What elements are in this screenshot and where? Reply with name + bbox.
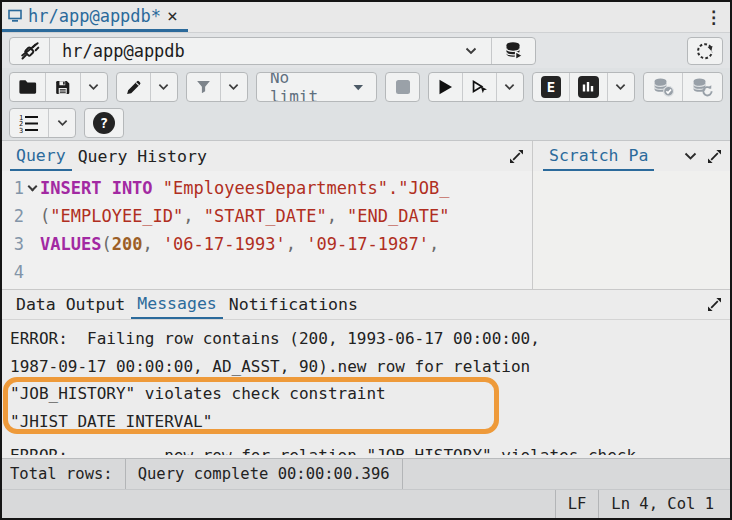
- save-file-button[interactable]: [46, 73, 81, 101]
- scratch-pad-area[interactable]: [533, 171, 730, 289]
- tab-query-editor[interactable]: hr/app@appdb* ×: [2, 2, 188, 32]
- code-line[interactable]: 4: [2, 258, 532, 286]
- help-button[interactable]: ?: [85, 109, 123, 137]
- code-line[interactable]: 2("EMPLOYEE_ID", "START_DATE", "END_DATE…: [2, 202, 532, 230]
- svg-text:3: 3: [19, 127, 23, 134]
- connection-label: hr/app@appdb: [50, 41, 451, 61]
- save-options-chevron[interactable]: [81, 73, 107, 101]
- chevron-down-icon[interactable]: [451, 38, 491, 64]
- macro-group: 1 2 3: [9, 108, 76, 138]
- messages-lines: ERROR: Failing row contains (200, 1993-0…: [10, 325, 730, 435]
- explain-options-chevron[interactable]: [608, 73, 634, 101]
- code-text: INSERT INTO "EmployeesDepartments"."JOB_: [40, 178, 532, 198]
- explain-icon: E: [541, 76, 561, 98]
- chevron-down-icon: [504, 83, 515, 91]
- execute-group: [428, 72, 524, 102]
- commit-db-icon: [652, 76, 675, 98]
- code-text: VALUES(200, '06-17-1993', '09-17-1987',: [40, 234, 532, 254]
- execute-to-cursor-button[interactable]: [463, 73, 497, 101]
- edit-button[interactable]: [117, 73, 151, 101]
- expand-panel-icon[interactable]: [509, 149, 524, 164]
- chevron-down-icon: [228, 83, 239, 91]
- connection-combo[interactable]: hr/app@appdb: [9, 37, 536, 65]
- tab-data-output[interactable]: Data Output: [10, 290, 131, 319]
- refresh-icon: [695, 41, 715, 61]
- numbered-list-icon: 1 2 3: [18, 112, 40, 134]
- tab-messages[interactable]: Messages: [131, 290, 222, 319]
- messages-panel[interactable]: ERROR: Failing row contains (200, 1993-0…: [2, 319, 730, 458]
- filter-button[interactable]: [187, 73, 221, 101]
- explain-analyze-button[interactable]: [570, 73, 607, 101]
- connection-row: hr/app@appdb: [2, 32, 730, 68]
- line-number: 3: [2, 234, 24, 254]
- sql-editor[interactable]: 1INSERT INTO "EmployeesDepartments"."JOB…: [2, 171, 532, 289]
- expand-panel-icon[interactable]: [707, 297, 722, 312]
- caret-down-icon: [353, 84, 364, 91]
- row-limit-value: No limit: [270, 72, 344, 102]
- message-line: 1987-09-17 00:00:00, AD_ASST, 90).new ro…: [10, 353, 730, 381]
- file-group: [9, 72, 108, 102]
- filter-group: [186, 72, 248, 102]
- open-file-button[interactable]: [10, 73, 46, 101]
- reset-layout-button[interactable]: [687, 37, 723, 65]
- analyze-chart-icon: [578, 76, 598, 98]
- rollback-db-icon: [691, 76, 714, 98]
- workspace: Query Query History Scratch Pa: [2, 140, 730, 458]
- document-tab-bar: hr/app@appdb* × ⋮: [2, 2, 730, 32]
- play-icon: [437, 78, 454, 96]
- limit-group: No limit: [256, 72, 377, 102]
- rollback-button[interactable]: [683, 73, 722, 101]
- editor-split: 1INSERT INTO "EmployeesDepartments"."JOB…: [2, 171, 730, 289]
- line-ending-indicator[interactable]: LF: [556, 490, 599, 518]
- cursor-position[interactable]: Ln 4, Col 1: [599, 490, 730, 518]
- transaction-group: [643, 72, 723, 102]
- close-icon[interactable]: ×: [167, 7, 178, 25]
- execute-button[interactable]: [429, 73, 463, 101]
- macro-button[interactable]: 1 2 3: [10, 109, 49, 137]
- tab-query[interactable]: Query: [10, 141, 72, 171]
- help-icon: ?: [93, 112, 115, 134]
- main-toolbar: No limit E: [2, 68, 730, 106]
- fold-chevron-icon[interactable]: [24, 187, 40, 190]
- tab-query-history[interactable]: Query History: [72, 141, 213, 171]
- code-line[interactable]: 1INSERT INTO "EmployeesDepartments"."JOB…: [2, 174, 532, 202]
- code-line[interactable]: 3VALUES(200, '06-17-1993', '09-17-1987',: [2, 230, 532, 258]
- play-cursor-icon: [471, 78, 488, 96]
- code-lines: 1INSERT INTO "EmployeesDepartments"."JOB…: [2, 174, 532, 286]
- line-number: 4: [2, 262, 24, 282]
- clipped-message-line: ERROR: new row for relation "JOB_HISTORY…: [10, 446, 636, 455]
- macro-options-chevron[interactable]: [49, 109, 75, 137]
- execute-options-chevron[interactable]: [497, 73, 523, 101]
- stop-button[interactable]: [386, 73, 420, 101]
- message-line: ERROR: Failing row contains (200, 1993-0…: [10, 325, 730, 353]
- edit-options-chevron[interactable]: [151, 73, 177, 101]
- chevron-down-icon: [57, 119, 68, 127]
- stop-icon: [394, 78, 412, 96]
- tab-notifications[interactable]: Notifications: [223, 290, 364, 319]
- commit-button[interactable]: [644, 73, 684, 101]
- tab-title: hr/app@appdb*: [28, 6, 161, 26]
- query-complete-text: Query complete 00:00:00.396: [126, 459, 402, 489]
- connection-status-icon[interactable]: [10, 38, 50, 64]
- stop-group: [385, 72, 420, 102]
- pencil-icon: [125, 78, 142, 97]
- edit-group: [116, 72, 178, 102]
- chevron-down-icon: [615, 83, 626, 91]
- new-connection-icon[interactable]: [491, 38, 535, 64]
- explain-button[interactable]: E: [533, 73, 570, 101]
- row-limit-dropdown[interactable]: No limit: [257, 73, 376, 101]
- filter-options-chevron[interactable]: [221, 73, 247, 101]
- kebab-menu-icon[interactable]: ⋮: [705, 7, 722, 27]
- expand-panel-icon[interactable]: [707, 149, 722, 164]
- tab-scratch-pad[interactable]: Scratch Pa: [543, 141, 654, 171]
- chevron-down-icon: [158, 83, 169, 91]
- line-number: 1: [2, 178, 24, 198]
- chevron-down-icon[interactable]: [684, 152, 697, 161]
- query-tool-window: hr/app@appdb* × ⋮ hr/app@appdb: [0, 0, 732, 520]
- secondary-toolbar: 1 2 3 ?: [2, 106, 730, 140]
- message-line: "JHIST_DATE_INTERVAL": [10, 408, 730, 436]
- monitor-icon: [8, 9, 22, 22]
- help-group: ?: [84, 108, 124, 138]
- output-tab-row: Data Output Messages Notifications: [2, 289, 730, 319]
- explain-group: E: [532, 72, 635, 102]
